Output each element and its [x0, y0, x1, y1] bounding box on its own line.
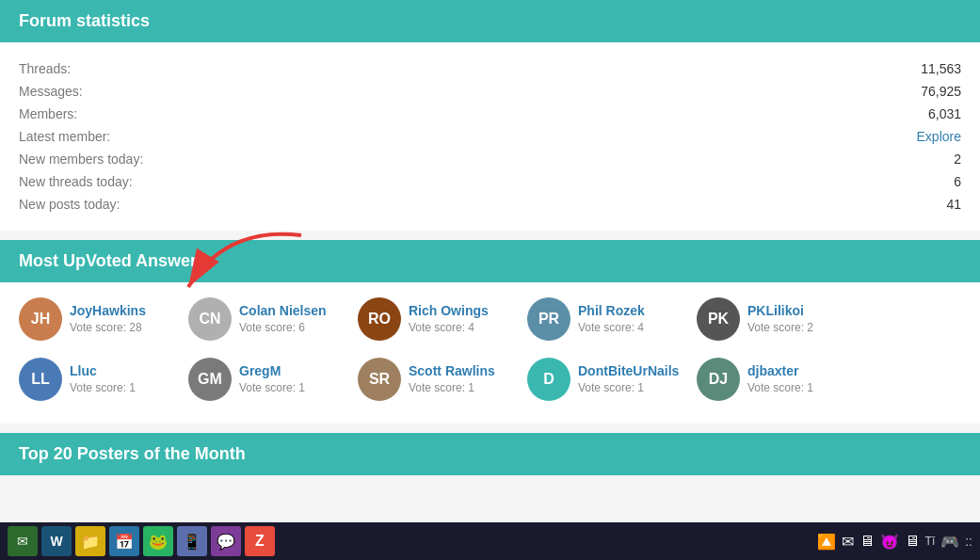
- vote-score: Vote score: 1: [70, 381, 136, 394]
- taskbar-devil[interactable]: 😈: [880, 533, 899, 551]
- stats-label: Members:: [19, 106, 77, 121]
- upvoted-content: JHJoyHawkinsVote score: 28CNColan Nielse…: [0, 282, 980, 424]
- forum-statistics-title: Forum statistics: [19, 11, 150, 30]
- taskbar-mail-icon[interactable]: ✉: [8, 526, 38, 556]
- user-item: PKPKLilikoiVote score: 2: [697, 297, 857, 341]
- taskbar-envelope[interactable]: ✉: [842, 533, 854, 551]
- stats-row: New members today:2: [19, 148, 961, 170]
- stats-label: New threads today:: [19, 174, 133, 189]
- avatar: SR: [358, 358, 401, 401]
- username-link[interactable]: Scott Rawlins: [409, 363, 495, 378]
- stats-row: Messages:76,925: [19, 80, 961, 103]
- taskbar-controller[interactable]: 🎮: [940, 533, 959, 551]
- stats-content: Threads:11,563Messages:76,925Members:6,0…: [0, 42, 980, 231]
- taskbar-phone-icon[interactable]: 📱: [177, 526, 207, 556]
- stats-value: 76,925: [921, 84, 961, 99]
- user-info: GregMVote score: 1: [239, 363, 305, 395]
- stats-label: New posts today:: [19, 197, 120, 212]
- stats-value: 6,031: [928, 106, 961, 121]
- avatar: CN: [188, 297, 232, 341]
- avatar: RO: [358, 297, 401, 341]
- taskbar-text: Tī: [925, 535, 936, 548]
- username-link[interactable]: GregM: [239, 363, 305, 378]
- stats-value: 41: [946, 197, 961, 212]
- vote-score: Vote score: 28: [70, 321, 142, 334]
- stats-row: Threads:11,563: [19, 57, 961, 80]
- username-link[interactable]: djbaxter: [747, 363, 813, 378]
- user-info: LlucVote score: 1: [70, 363, 136, 395]
- top20-header: Top 20 Posters of the Month: [0, 433, 980, 475]
- username-link[interactable]: Rich Owings: [409, 303, 489, 318]
- stats-row: New threads today:6: [19, 170, 961, 193]
- stats-label: New members today:: [19, 152, 143, 167]
- taskbar-calendar-icon[interactable]: 📅: [109, 526, 139, 556]
- avatar: DJ: [697, 358, 740, 401]
- taskbar-monitor[interactable]: 🖥: [860, 533, 875, 550]
- vote-score: Vote score: 2: [747, 321, 813, 334]
- username-link[interactable]: Phil Rozek: [578, 303, 645, 318]
- username-link[interactable]: JoyHawkins: [70, 303, 146, 318]
- upvoted-section: Most UpVoted Answers JHJoyHawkinsVote sc…: [0, 240, 980, 424]
- user-info: PKLilikoiVote score: 2: [747, 303, 813, 335]
- user-item: DJdjbaxterVote score: 1: [697, 358, 857, 401]
- avatar: D: [527, 358, 570, 401]
- user-item: CNColan NielsenVote score: 6: [188, 297, 348, 341]
- avatar: JH: [19, 297, 62, 341]
- user-item: GMGregMVote score: 1: [188, 358, 348, 401]
- stats-row: New posts today:41: [19, 193, 961, 216]
- stats-value: 11,563: [921, 61, 961, 76]
- vote-score: Vote score: 1: [747, 381, 813, 394]
- user-info: Scott RawlinsVote score: 1: [409, 363, 495, 395]
- avatar: GM: [188, 358, 232, 401]
- upvoted-title: Most UpVoted Answers: [19, 251, 206, 270]
- stats-value[interactable]: Explore: [917, 129, 961, 144]
- forum-statistics-section: Forum statistics Threads:11,563Messages:…: [0, 0, 980, 231]
- avatar: PK: [697, 297, 740, 341]
- stats-label: Latest member:: [19, 129, 110, 144]
- user-item: DDontBiteUrNailsVote score: 1: [527, 358, 687, 401]
- stats-value: 6: [954, 174, 961, 189]
- avatar: PR: [527, 297, 570, 341]
- user-item: LLLlucVote score: 1: [19, 358, 179, 401]
- stats-row: Members:6,031: [19, 103, 961, 125]
- stats-row: Latest member:Explore: [19, 125, 961, 148]
- taskbar-screen[interactable]: 🖥: [905, 533, 920, 550]
- user-item: PRPhil RozekVote score: 4: [527, 297, 687, 341]
- taskbar-folder-icon[interactable]: 📁: [75, 526, 105, 556]
- vote-score: Vote score: 1: [578, 381, 644, 394]
- taskbar-frog-icon[interactable]: 🐸: [143, 526, 173, 556]
- stats-label: Messages:: [19, 84, 83, 99]
- taskbar-right: 🔼 ✉ 🖥 😈 🖥 Tī 🎮 ::: [817, 533, 972, 551]
- vote-score: Vote score: 1: [409, 381, 474, 394]
- user-info: Phil RozekVote score: 4: [578, 303, 645, 335]
- username-link[interactable]: Colan Nielsen: [239, 303, 327, 318]
- vote-score: Vote score: 4: [578, 321, 644, 334]
- user-item: RORich OwingsVote score: 4: [358, 297, 518, 341]
- user-info: Rich OwingsVote score: 4: [409, 303, 489, 335]
- stats-label: Threads:: [19, 61, 71, 76]
- upvoted-header: Most UpVoted Answers: [0, 240, 980, 282]
- top20-title: Top 20 Posters of the Month: [19, 444, 246, 463]
- user-info: DontBiteUrNailsVote score: 1: [578, 363, 679, 395]
- upvoted-users-grid: JHJoyHawkinsVote score: 28CNColan Nielse…: [19, 297, 961, 408]
- top20-section: Top 20 Posters of the Month: [0, 433, 980, 475]
- taskbar-dots: ::: [965, 534, 972, 549]
- username-link[interactable]: DontBiteUrNails: [578, 363, 679, 378]
- taskbar-z-icon[interactable]: Z: [245, 526, 275, 556]
- stats-value: 2: [954, 152, 961, 167]
- user-info: Colan NielsenVote score: 6: [239, 303, 327, 335]
- forum-statistics-header: Forum statistics: [0, 0, 980, 42]
- vote-score: Vote score: 1: [239, 381, 305, 394]
- user-item: SRScott RawlinsVote score: 1: [358, 358, 518, 401]
- username-link[interactable]: Lluc: [70, 363, 136, 378]
- vote-score: Vote score: 4: [409, 321, 474, 334]
- vote-score: Vote score: 6: [239, 321, 305, 334]
- taskbar-word-icon[interactable]: W: [41, 526, 72, 556]
- username-link[interactable]: PKLilikoi: [747, 303, 813, 318]
- user-info: djbaxterVote score: 1: [747, 363, 813, 395]
- taskbar-up-arrow[interactable]: 🔼: [817, 533, 836, 551]
- taskbar: ✉ W 📁 📅 🐸 📱 💬 Z 🔼 ✉ 🖥 😈 🖥 Tī 🎮 ::: [0, 522, 980, 560]
- taskbar-messenger-icon[interactable]: 💬: [211, 526, 241, 556]
- user-info: JoyHawkinsVote score: 28: [70, 303, 146, 335]
- avatar: LL: [19, 358, 62, 401]
